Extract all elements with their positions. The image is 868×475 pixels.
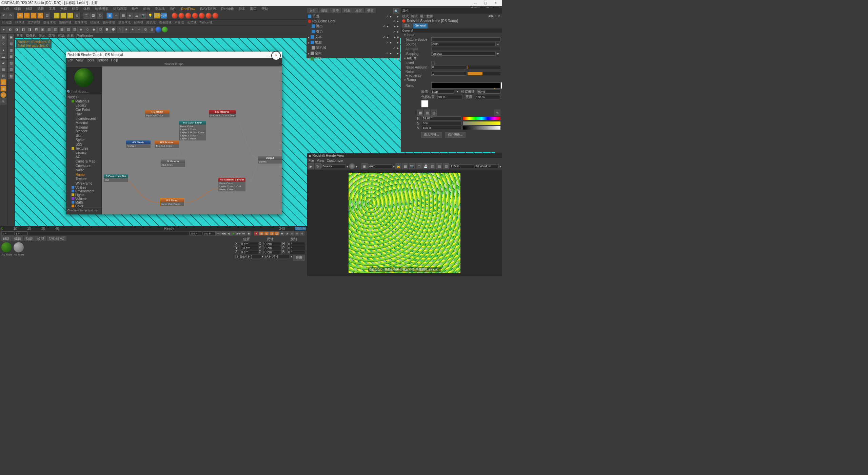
environment-icon[interactable]: ☁ <box>134 13 140 19</box>
cube-primitive-icon[interactable]: ▣ <box>106 13 113 19</box>
shader-titlebar[interactable]: Redshift Shader Graph - RS Material — ▢ … <box>66 52 282 58</box>
tree-tex-curvature[interactable]: Curvature <box>67 164 101 168</box>
size-y-field[interactable]: 0 cm <box>263 246 281 250</box>
vp-menu-filter[interactable]: 过滤 <box>58 33 64 38</box>
tree-mat-sss[interactable]: SSS <box>67 142 101 147</box>
redo-button[interactable]: ↷ <box>7 13 14 19</box>
tree-environment[interactable]: Environment <box>67 189 101 193</box>
light-icon[interactable]: 💡 <box>147 13 153 19</box>
field-cube[interactable]: 立方体域 <box>26 20 41 25</box>
menu-help[interactable]: 帮助 <box>259 6 270 12</box>
obj-tab-edit[interactable]: 编辑 <box>319 8 330 13</box>
rs-ball-2[interactable] <box>178 13 184 19</box>
icon-tool-10[interactable]: ▦ <box>59 26 65 33</box>
hue-slider[interactable] <box>463 117 500 120</box>
tree-mat-sprite[interactable]: Sprite <box>67 138 101 142</box>
timeline-ruler[interactable]: 0 10 20 30 40 Ready 240 251 F <box>0 226 307 231</box>
field-noise-amount[interactable]: 0 <box>431 65 466 69</box>
menu-spline[interactable]: 样条 <box>70 6 81 12</box>
icon-tool-13[interactable]: ◈ <box>78 26 84 33</box>
l2-tool-3[interactable]: ▥ <box>8 47 14 53</box>
icon-tool-24[interactable]: ⊚ <box>149 26 155 33</box>
texture-mode-icon[interactable]: ▦ <box>0 66 6 72</box>
field-interp[interactable]: Step <box>431 90 454 94</box>
l2-tool-4[interactable]: ▦ <box>8 53 14 59</box>
field-linear[interactable]: 线性域 <box>89 20 101 25</box>
render-save-icon[interactable]: 💾 <box>422 163 429 169</box>
frame-current-field[interactable]: 1 F <box>15 231 27 235</box>
tree-tex-ramp[interactable]: Ramp <box>67 172 101 177</box>
prev-key-button[interactable]: ◀◀ <box>221 231 226 235</box>
material-1[interactable]: RS Mate <box>1 242 12 256</box>
menu-plugins[interactable]: 插件 <box>167 6 178 12</box>
minimize-button[interactable]: — <box>471 1 480 5</box>
l2-tool-2[interactable]: ▤ <box>8 40 14 46</box>
coord-system[interactable]: ⊕ <box>74 13 80 19</box>
icon-tool-23[interactable]: ⊙ <box>142 26 149 33</box>
attr-panel-tab[interactable]: 属性 <box>401 8 502 14</box>
field-random[interactable]: 随机域 <box>145 20 157 25</box>
menu-select[interactable]: 选择 <box>35 6 46 12</box>
render-zoom-field[interactable]: 115 % <box>450 164 474 168</box>
rot-h-field[interactable]: 0 ° <box>287 242 305 246</box>
mat-tab-edit[interactable]: 编辑 <box>12 236 23 241</box>
menu-pipeline[interactable]: 流水线 <box>153 6 167 12</box>
attr-group-input[interactable]: ▾ Input <box>401 33 502 37</box>
icon-tool-17[interactable]: ⬢ <box>104 26 110 33</box>
key-misc-1[interactable]: ◓ <box>279 231 284 235</box>
color-mode-2-icon[interactable]: ▤ <box>424 110 430 116</box>
render-tool-b-icon[interactable]: ▤ <box>436 163 442 169</box>
shader-menu-view[interactable]: View <box>76 58 83 62</box>
obj-null[interactable]: ▸空白✓ ●● <box>307 51 399 56</box>
rs-ball-3[interactable] <box>185 13 191 19</box>
menu-edit[interactable]: 编辑 <box>12 6 23 12</box>
coord-size-mode-dropdown[interactable]: 绝对尺寸 <box>264 255 290 259</box>
tree-mat-legacy[interactable]: Legacy <box>67 103 101 108</box>
sat-slider[interactable] <box>463 121 500 125</box>
icon-tool-2[interactable]: ◐ <box>7 26 13 33</box>
tree-mat-carpaint[interactable]: Car Paint <box>67 108 101 112</box>
rs-ball-5[interactable] <box>199 13 205 19</box>
obj-gravity[interactable]: 引力✓ ● <box>307 29 399 34</box>
menu-insydium[interactable]: INSYDIUM <box>198 7 219 11</box>
btn-load-preset[interactable]: 载入预设... <box>421 132 442 138</box>
tree-tex-noise[interactable]: Noise <box>67 168 101 172</box>
mat-tab-function[interactable]: 功能 <box>24 236 35 241</box>
obj-floor[interactable]: ▸地面✓ ●● <box>307 40 399 45</box>
menu-tools[interactable]: 工具 <box>47 6 58 12</box>
frame-end-b-field[interactable]: 252 F <box>203 231 216 235</box>
field-bias[interactable]: 50 % <box>477 90 501 94</box>
node-rs-ramp-2[interactable]: RS Ramp Input Out Color <box>160 198 184 206</box>
tree-mat-material[interactable]: Material <box>67 121 101 125</box>
tree-tex-texture[interactable]: Texture <box>67 177 101 181</box>
icon-tool-22[interactable]: ✧ <box>136 26 142 33</box>
psr-icon[interactable]: PSR <box>161 13 167 19</box>
frame-end-a-field[interactable]: 252 F <box>190 231 202 235</box>
y-axis-lock[interactable]: Y <box>60 13 66 19</box>
render-region-icon[interactable]: ▣ <box>361 163 368 169</box>
field-cylinder[interactable]: 圆柱体域 <box>42 20 57 25</box>
tree-math[interactable]: Math <box>67 201 101 204</box>
undo-button[interactable]: ↶ <box>1 13 7 19</box>
icon-tool-4[interactable]: ◧ <box>20 26 26 33</box>
slider-noise-amount[interactable] <box>468 65 500 69</box>
rot-p-field[interactable]: 0 ° <box>287 246 305 250</box>
attr-hdr-edit[interactable]: 编辑 <box>411 14 418 18</box>
mat-tab-texture[interactable]: 纹理 <box>35 236 46 241</box>
obj-search-icon[interactable]: 🔍 <box>393 8 399 14</box>
node-rs-material[interactable]: RS Material Diffuse Cc Out Color <box>209 110 236 117</box>
goto-end-button[interactable]: ⏭ <box>241 231 246 235</box>
tree-mat-incandescent[interactable]: Incandescent <box>67 116 101 121</box>
key-p-button[interactable]: ◐ <box>264 231 269 235</box>
tree-tex-legacy[interactable]: Legacy <box>67 150 101 155</box>
tree-mat-skin[interactable]: Skin <box>67 133 101 138</box>
frame-start-field[interactable]: 1 F <box>1 231 14 235</box>
tree-mat-blender[interactable]: Material Blender <box>67 125 101 133</box>
menu-volume[interactable]: 体积 <box>81 6 92 12</box>
field-python[interactable]: Python域 <box>198 20 214 25</box>
shader-min-button[interactable]: — <box>266 53 269 57</box>
s-tool-icon[interactable]: S <box>0 92 6 98</box>
workplane-icon[interactable]: ⊞ <box>0 73 6 79</box>
vp-menu-panel[interactable]: 面板 <box>67 33 74 38</box>
vp-menu-camera[interactable]: 摄像机 <box>26 33 36 38</box>
